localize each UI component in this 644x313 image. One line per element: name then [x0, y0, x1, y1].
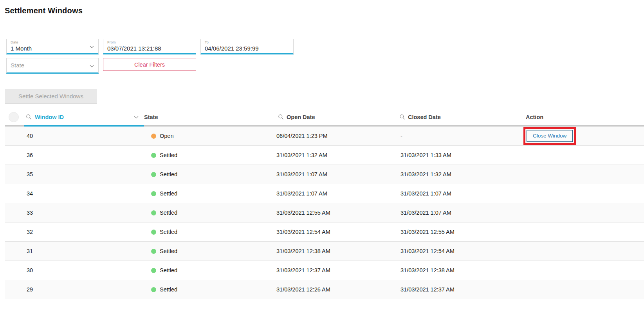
from-date-input[interactable]: From 03/07/2021 13:21:88 — [103, 39, 196, 54]
close-window-button[interactable]: Close Window — [527, 130, 573, 142]
state-cell: Settled — [144, 286, 275, 293]
closed-date-value: 31/03/2021 12:37 AM — [400, 286, 455, 293]
state-cell: Settled — [144, 190, 275, 197]
table-row[interactable]: 35 Settled 31/03/2021 1:07 AM 31/03/2021… — [5, 165, 644, 184]
closed-date-cell: - — [399, 133, 523, 139]
table-row[interactable]: 32 Settled 31/03/2021 12:54 AM 31/03/202… — [5, 223, 644, 242]
state-value: Settled — [160, 210, 177, 216]
window-id-value: 32 — [27, 229, 33, 235]
filters-panel: Date 1 Month From 03/07/2021 13:21:88 To… — [6, 39, 644, 74]
table-row[interactable]: 30 Settled 31/03/2021 12:37 AM 31/03/202… — [5, 261, 644, 280]
state-dot-icon — [151, 230, 156, 235]
window-id-value: 36 — [27, 152, 33, 158]
window-id-value: 29 — [27, 286, 33, 293]
table-row[interactable]: 40 Open 06/04/2021 1:23 PM - Close Windo… — [5, 127, 644, 146]
window-id-cell: 36 — [24, 152, 144, 158]
closed-date-cell: 31/03/2021 12:55 AM — [399, 229, 523, 235]
state-value: Settled — [160, 229, 177, 235]
closed-date-value: 31/03/2021 1:32 AM — [400, 171, 451, 177]
filters-row-2: State Clear Filters — [6, 58, 644, 74]
chevron-down-icon — [89, 44, 95, 51]
state-cell: Settled — [144, 171, 275, 177]
action-cell: Close Window — [523, 127, 644, 145]
open-date-cell: 31/03/2021 1:07 AM — [275, 190, 399, 197]
closed-date-value: 31/03/2021 1:07 AM — [400, 190, 451, 197]
state-dot-icon — [151, 287, 156, 292]
closed-date-value: 31/03/2021 1:07 AM — [400, 210, 451, 216]
state-select[interactable]: State — [6, 58, 99, 74]
column-header-state[interactable]: State — [144, 109, 275, 127]
settlement-windows-page: Settlement Windows Date 1 Month From 03/… — [0, 0, 644, 299]
to-input-label: To — [205, 40, 209, 44]
select-all-checkbox[interactable] — [9, 112, 19, 122]
sort-chevron-down-icon[interactable] — [133, 114, 139, 120]
state-value: Settled — [160, 267, 177, 273]
state-dot-icon — [151, 210, 156, 215]
state-dot-icon — [151, 249, 156, 254]
table-row[interactable]: 33 Settled 31/03/2021 12:55 AM 31/03/202… — [5, 203, 644, 223]
state-cell: Settled — [144, 210, 275, 216]
window-id-cell: 33 — [24, 210, 144, 216]
closed-date-cell: 31/03/2021 12:54 AM — [399, 248, 523, 254]
state-value: Settled — [160, 248, 177, 254]
state-select-placeholder: State — [11, 58, 24, 72]
column-header-open-date[interactable]: Open Date — [275, 109, 399, 127]
to-date-input[interactable]: To 04/06/2021 23:59:99 — [200, 39, 294, 54]
window-id-value: 35 — [27, 171, 33, 177]
closed-date-cell: 31/03/2021 1:33 AM — [399, 152, 523, 158]
closed-date-value: 31/03/2021 12:54 AM — [400, 248, 455, 254]
state-cell: Settled — [144, 152, 275, 158]
column-label-state: State — [144, 114, 158, 120]
settle-selected-windows-button[interactable]: Settle Selected Windows — [5, 89, 97, 104]
table-row[interactable]: 36 Settled 31/03/2021 1:32 AM 31/03/2021… — [5, 146, 644, 165]
state-value: Settled — [160, 286, 177, 293]
table-row[interactable]: 29 Settled 31/03/2021 12:26 AM 31/03/202… — [5, 280, 644, 299]
column-header-window-id[interactable]: Window ID — [24, 109, 144, 127]
state-value: Settled — [160, 171, 177, 177]
from-input-label: From — [107, 40, 116, 44]
open-date-value: 31/03/2021 1:32 AM — [276, 152, 327, 158]
select-all-cell — [5, 109, 24, 127]
open-date-cell: 31/03/2021 12:26 AM — [275, 286, 399, 293]
window-id-cell: 29 — [24, 286, 144, 293]
state-value: Settled — [160, 152, 177, 158]
date-range-select[interactable]: Date 1 Month — [6, 39, 99, 54]
column-label-closed-date: Closed Date — [408, 114, 441, 120]
chevron-down-icon — [89, 63, 95, 71]
state-dot-icon — [151, 268, 156, 273]
column-label-open-date: Open Date — [287, 114, 315, 120]
table-row[interactable]: 34 Settled 31/03/2021 1:07 AM 31/03/2021… — [5, 184, 644, 203]
window-id-value: 33 — [27, 210, 33, 216]
closed-date-value: 31/03/2021 1:33 AM — [400, 152, 451, 158]
state-dot-icon — [151, 134, 156, 139]
column-label-window-id: Window ID — [35, 114, 64, 120]
closed-date-value: 31/03/2021 12:38 AM — [400, 267, 455, 273]
to-input-value: 04/06/2021 23:59:99 — [205, 45, 259, 52]
page-title: Settlement Windows — [5, 6, 644, 15]
column-header-action: Action — [523, 109, 644, 127]
settlement-windows-table: Window ID State Open Date Closed Date — [5, 109, 644, 299]
window-id-value: 31 — [27, 248, 33, 254]
table-header-row: Window ID State Open Date Closed Date — [5, 109, 644, 127]
open-date-value: 31/03/2021 12:55 AM — [276, 210, 330, 216]
search-icon — [399, 114, 405, 120]
state-dot-icon — [151, 153, 156, 158]
column-label-action: Action — [526, 114, 543, 120]
from-input-value: 03/07/2021 13:21:88 — [107, 45, 161, 52]
window-id-cell: 40 — [24, 133, 144, 139]
table-row[interactable]: 31 Settled 31/03/2021 12:38 AM 31/03/202… — [5, 242, 644, 261]
open-date-cell: 31/03/2021 12:37 AM — [275, 267, 399, 273]
state-value: Open — [160, 133, 173, 139]
date-select-value: 1 Month — [11, 45, 32, 52]
search-icon — [278, 114, 284, 120]
column-header-closed-date[interactable]: Closed Date — [399, 109, 523, 127]
state-cell: Settled — [144, 229, 275, 235]
window-id-cell: 30 — [24, 267, 144, 273]
state-cell: Settled — [144, 248, 275, 254]
open-date-value: 06/04/2021 1:23 PM — [276, 133, 328, 139]
open-date-value: 31/03/2021 12:26 AM — [276, 286, 330, 293]
table-body: 40 Open 06/04/2021 1:23 PM - Close Windo… — [5, 127, 644, 299]
clear-filters-button[interactable]: Clear Filters — [103, 58, 196, 71]
open-date-value: 31/03/2021 12:54 AM — [276, 229, 330, 235]
filters-row-1: Date 1 Month From 03/07/2021 13:21:88 To… — [6, 39, 644, 54]
